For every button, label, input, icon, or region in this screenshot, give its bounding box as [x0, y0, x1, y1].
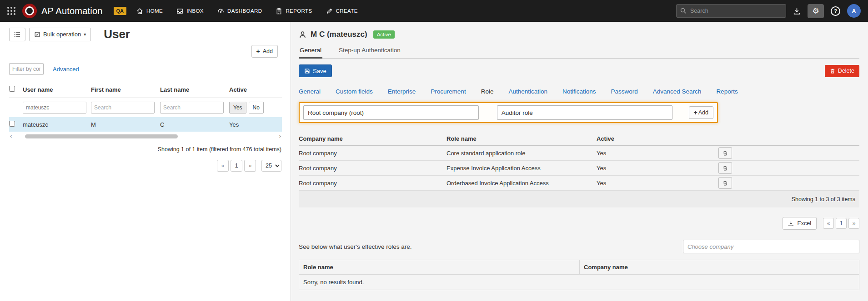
user-table-filter-row: Yes No — [9, 98, 282, 117]
section-enterprise[interactable]: Enterprise — [388, 88, 416, 95]
col-effective-company-name[interactable]: Company name — [580, 260, 859, 275]
nav-home[interactable]: HOME — [136, 8, 163, 15]
export-row: Excel « 1 » — [299, 217, 859, 230]
prev-page-button[interactable]: « — [217, 160, 229, 172]
cell-active: Yes — [597, 150, 718, 157]
section-general[interactable]: General — [299, 88, 321, 95]
current-page-button[interactable]: 1 — [231, 160, 242, 172]
nav-dashboard-label: DASHBOARD — [227, 8, 262, 14]
cell-active: Yes — [597, 165, 718, 172]
list-view-button[interactable] — [9, 28, 25, 41]
prev-page-button[interactable]: « — [823, 218, 834, 229]
cell-company: Root company — [299, 180, 447, 187]
empty-results-row: Sorry, no results found. — [299, 275, 859, 290]
user-name-filter-input[interactable] — [23, 102, 86, 113]
nav-create[interactable]: CREATE — [326, 8, 358, 15]
page-title: User — [104, 27, 130, 41]
roles-table-footer: Showing 1 to 3 of 3 items — [299, 191, 859, 207]
add-role-button[interactable]: + Add — [689, 106, 713, 119]
nav-inbox[interactable]: INBOX — [176, 8, 204, 15]
trash-icon — [722, 165, 728, 171]
delete-button[interactable]: Delete — [825, 65, 859, 77]
col-role-active[interactable]: Active — [597, 135, 718, 142]
col-last-name[interactable]: Last name — [160, 86, 229, 93]
effective-roles-description: See below what user's effective roles ar… — [299, 243, 411, 250]
company-input[interactable] — [303, 105, 479, 120]
section-authentication[interactable]: Authentication — [508, 88, 547, 95]
bulk-operation-button[interactable]: Bulk operation ▾ — [29, 28, 91, 41]
section-password[interactable]: Password — [611, 88, 638, 95]
save-icon — [304, 68, 310, 74]
delete-role-button[interactable] — [718, 162, 732, 174]
section-custom-fields[interactable]: Custom fields — [336, 88, 373, 95]
section-notifications[interactable]: Notifications — [562, 88, 596, 95]
inbox-icon — [176, 8, 183, 15]
role-input[interactable] — [497, 105, 672, 120]
delete-role-button[interactable] — [718, 177, 732, 189]
user-avatar[interactable]: A — [847, 4, 861, 18]
first-name-filter-input[interactable] — [91, 102, 155, 113]
col-company-name[interactable]: Company name — [299, 135, 447, 142]
next-page-button[interactable]: » — [244, 160, 256, 172]
app-launcher-icon[interactable] — [7, 7, 16, 15]
nav-dashboard[interactable]: DASHBOARD — [217, 8, 262, 15]
row-checkbox[interactable] — [9, 121, 15, 127]
settings-button[interactable]: ⚙ — [808, 4, 824, 18]
advanced-search-link[interactable]: Advanced — [53, 66, 79, 73]
section-role[interactable]: Role — [481, 88, 494, 95]
cell-first-name: M — [91, 121, 160, 128]
plus-icon: + — [694, 109, 697, 116]
gear-icon: ⚙ — [812, 6, 819, 15]
trash-icon — [722, 150, 728, 156]
add-user-button[interactable]: + Add — [251, 45, 278, 58]
col-first-name[interactable]: First name — [91, 86, 160, 93]
section-advanced-search[interactable]: Advanced Search — [653, 88, 702, 95]
col-effective-role-name[interactable]: Role name — [299, 260, 580, 275]
tab-step-up-authentication[interactable]: Step-up Authentication — [338, 44, 401, 58]
download-button[interactable] — [793, 7, 801, 15]
nav-reports-label: REPORTS — [286, 8, 312, 14]
brand-title: AP Automation — [41, 6, 103, 16]
help-icon[interactable]: ? — [831, 6, 840, 16]
active-no-button[interactable]: No — [249, 102, 264, 113]
cell-role: Orderbased Invoice Application Access — [447, 180, 597, 187]
next-page-button[interactable]: » — [848, 218, 859, 229]
section-reports[interactable]: Reports — [716, 88, 738, 95]
save-button[interactable]: Save — [299, 64, 332, 77]
nav-create-label: CREATE — [336, 8, 358, 14]
delete-role-button[interactable] — [718, 147, 732, 159]
scrollbar-thumb[interactable] — [25, 134, 178, 138]
page-size-select[interactable]: 25 — [261, 160, 281, 172]
col-active[interactable]: Active — [229, 86, 282, 93]
section-procurement[interactable]: Procurement — [431, 88, 466, 95]
user-list-toolbar: Bulk operation ▾ User — [9, 27, 281, 41]
add-row: + Add — [9, 45, 281, 58]
cell-role: Core standard application role — [447, 150, 597, 157]
select-all-checkbox[interactable] — [9, 86, 15, 92]
excel-export-button[interactable]: Excel — [783, 217, 817, 230]
tab-general[interactable]: General — [299, 44, 322, 59]
last-name-filter-input[interactable] — [160, 102, 224, 113]
global-search-input[interactable] — [676, 4, 786, 18]
user-table-header: User name First name Last name Active — [9, 86, 282, 98]
effective-roles-table-header: Role name Company name — [299, 260, 859, 275]
cell-active: Yes — [229, 121, 282, 128]
col-role-name[interactable]: Role name — [447, 135, 597, 142]
nav-reports[interactable]: REPORTS — [276, 8, 312, 15]
detail-section-nav: General Custom fields Enterprise Procure… — [299, 88, 859, 95]
scroll-right-icon[interactable]: › — [278, 133, 282, 139]
download-icon — [788, 221, 794, 227]
col-user-name[interactable]: User name — [23, 86, 91, 93]
scrollbar-track[interactable] — [14, 134, 276, 138]
current-page-button[interactable]: 1 — [836, 218, 847, 229]
choose-company-input[interactable] — [683, 240, 859, 253]
cell-user-name: mateuszc — [23, 121, 91, 128]
company-filter-input[interactable] — [9, 63, 44, 75]
table-row[interactable]: mateuszc M C Yes — [9, 117, 282, 132]
scroll-left-icon[interactable]: ‹ — [9, 133, 13, 139]
add-role-form: + Add — [299, 102, 718, 123]
active-yes-button[interactable]: Yes — [229, 102, 246, 113]
brand-logo-icon[interactable] — [22, 4, 37, 18]
trash-icon — [830, 68, 835, 74]
search-icon — [680, 7, 687, 14]
